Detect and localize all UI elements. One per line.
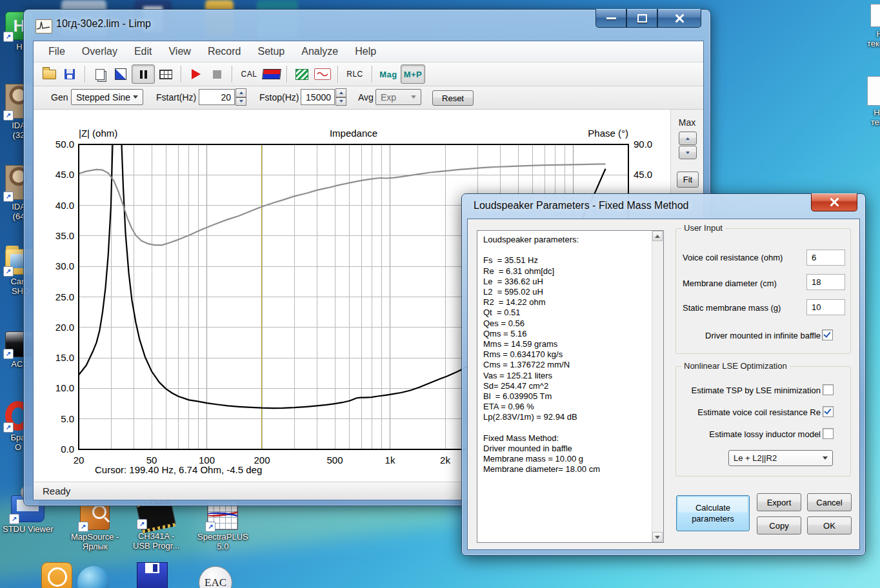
membrane-diameter-input[interactable]: 18 bbox=[806, 274, 845, 290]
marker-flag-icon bbox=[115, 68, 126, 80]
desktop-icon[interactable] bbox=[137, 562, 168, 588]
desktop-icon[interactable]: Н тек bbox=[867, 76, 880, 127]
copy-button[interactable]: Copy bbox=[757, 516, 801, 534]
spin-up-icon[interactable] bbox=[235, 88, 246, 97]
svg-text:20: 20 bbox=[74, 455, 85, 466]
menu-setup[interactable]: Setup bbox=[249, 46, 293, 57]
scale-down-button[interactable] bbox=[679, 146, 697, 159]
spin-up-icon[interactable] bbox=[335, 88, 346, 97]
open-button[interactable] bbox=[39, 65, 59, 83]
avg-label: Avg bbox=[358, 92, 374, 103]
svg-text:25.0: 25.0 bbox=[55, 291, 74, 302]
maximize-icon bbox=[637, 14, 647, 23]
estimate-re-checkbox[interactable] bbox=[823, 406, 834, 417]
calibration-flag-button[interactable] bbox=[262, 65, 281, 83]
fit-button[interactable]: Fit bbox=[677, 172, 699, 188]
cal-button[interactable]: CAL bbox=[237, 65, 261, 83]
spin-down-icon[interactable] bbox=[235, 97, 246, 106]
avg-select[interactable]: Exp bbox=[375, 89, 421, 105]
shortcut-arrow-icon bbox=[3, 32, 14, 42]
ok-button[interactable]: OK bbox=[807, 516, 852, 534]
infinite-baffle-label: Driver mounted in infinite baffle bbox=[676, 331, 821, 340]
inductor-model-select[interactable]: Le + L2||R2 bbox=[728, 450, 833, 466]
toolbar-separator bbox=[337, 66, 338, 83]
window-title: 10гд-30e2.lim - Limp bbox=[56, 18, 151, 30]
toolbar-separator bbox=[286, 66, 287, 83]
reset-button[interactable]: Reset bbox=[432, 90, 474, 106]
copy-button[interactable] bbox=[90, 65, 110, 83]
export-button[interactable]: Export bbox=[757, 493, 801, 511]
shortcut-arrow-icon bbox=[3, 349, 14, 359]
desktop-icon[interactable]: Н тексто bbox=[867, 4, 880, 48]
scale-up-button[interactable] bbox=[679, 132, 697, 145]
infinite-baffle-checkbox[interactable] bbox=[822, 329, 833, 340]
dialog-close-button[interactable] bbox=[811, 193, 857, 211]
svg-text:40.0: 40.0 bbox=[55, 200, 74, 211]
svg-text:50.0: 50.0 bbox=[55, 139, 74, 150]
svg-text:15.0: 15.0 bbox=[55, 352, 74, 363]
menu-analyze[interactable]: Analyze bbox=[293, 46, 346, 57]
tsp-lse-checkbox[interactable] bbox=[823, 384, 834, 395]
fstop-input[interactable]: 15000 bbox=[301, 89, 335, 105]
fstop-stepper[interactable] bbox=[335, 88, 346, 106]
stop-icon bbox=[213, 70, 221, 79]
lossy-inductor-label: Estimate lossy inductor model bbox=[676, 429, 821, 439]
generator-icon bbox=[295, 69, 308, 80]
marker-button[interactable] bbox=[111, 65, 130, 83]
membrane-mass-input[interactable]: 10 bbox=[806, 299, 845, 315]
table-button[interactable] bbox=[156, 65, 175, 83]
desktop-icon[interactable]: CH341A - USB Progr... bbox=[133, 503, 179, 551]
stop-button[interactable] bbox=[207, 65, 226, 83]
copy-icon bbox=[95, 69, 105, 80]
membrane-diameter-label: Membrane diameter (cm) bbox=[683, 279, 777, 288]
sine-button[interactable] bbox=[313, 65, 332, 83]
svg-text:10.0: 10.0 bbox=[55, 382, 74, 393]
toolbar-separator bbox=[181, 66, 181, 83]
down-arrow-icon bbox=[655, 536, 660, 539]
mag-button[interactable]: Mag bbox=[377, 65, 399, 83]
menu-record[interactable]: Record bbox=[199, 46, 250, 57]
calculate-parameters-button[interactable]: Calculate parameters bbox=[676, 495, 750, 531]
shortcut-arrow-icon bbox=[205, 522, 215, 532]
spin-down-icon[interactable] bbox=[335, 97, 346, 106]
maximize-button[interactable] bbox=[626, 9, 657, 28]
fstart-label: Fstart(Hz) bbox=[156, 92, 196, 103]
minimize-button[interactable] bbox=[595, 9, 626, 28]
mag-plus-phase-button[interactable]: M+P bbox=[401, 64, 425, 84]
close-icon bbox=[828, 197, 840, 207]
play-button[interactable] bbox=[186, 65, 206, 83]
shortcut-arrow-icon bbox=[137, 519, 147, 529]
scroll-down-button[interactable] bbox=[652, 532, 663, 542]
menu-file[interactable]: File bbox=[40, 46, 74, 57]
fstart-input[interactable]: 20 bbox=[199, 89, 235, 105]
pause-button[interactable] bbox=[132, 64, 155, 84]
toolbar-separator bbox=[85, 66, 85, 83]
close-button[interactable] bbox=[657, 9, 701, 28]
shortcut-arrow-icon bbox=[3, 422, 14, 433]
chevron-down-icon bbox=[823, 456, 828, 460]
desktop-icon[interactable] bbox=[77, 566, 110, 588]
menu-overlay[interactable]: Overlay bbox=[74, 46, 126, 57]
menu-edit[interactable]: Edit bbox=[126, 46, 161, 57]
generator-type-select[interactable]: Stepped Sine bbox=[71, 89, 143, 105]
voice-coil-input[interactable]: 6 bbox=[806, 250, 845, 266]
svg-text:500: 500 bbox=[326, 455, 343, 466]
lossy-inductor-checkbox[interactable] bbox=[823, 428, 834, 439]
desktop-icon[interactable]: SpectraPLUS 5.0 bbox=[197, 502, 248, 551]
scrollbar[interactable] bbox=[652, 231, 663, 542]
svg-text:2k: 2k bbox=[440, 455, 450, 466]
parameters-results-box[interactable]: Loudspeaker parameters: Fs = 35.51 Hz Re… bbox=[477, 230, 664, 543]
scroll-up-button[interactable] bbox=[652, 231, 663, 241]
desktop-icon[interactable] bbox=[41, 562, 72, 588]
menu-help[interactable]: Help bbox=[346, 46, 385, 57]
rlc-button[interactable]: RLC bbox=[343, 65, 366, 83]
user-input-group: User Input Voice coil resistance (ohm) 6… bbox=[675, 228, 851, 354]
fstart-stepper[interactable] bbox=[235, 88, 246, 106]
save-button[interactable] bbox=[60, 65, 79, 83]
generator-button[interactable] bbox=[292, 65, 312, 83]
desktop-icon[interactable]: EAC bbox=[199, 566, 232, 588]
menu-view[interactable]: View bbox=[160, 46, 199, 57]
desktop-icon[interactable]: MapSource - Ярлык bbox=[71, 502, 119, 551]
cancel-button[interactable]: Cancel bbox=[807, 493, 852, 511]
titlebar[interactable]: 10гд-30e2.lim - Limp bbox=[24, 10, 710, 41]
